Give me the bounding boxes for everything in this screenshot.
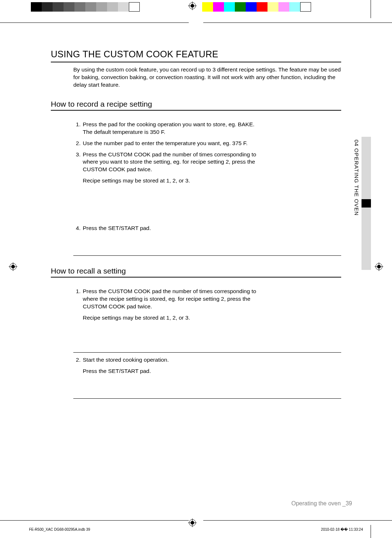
crop-mark: [371, 525, 371, 538]
note-text: Press the SET/START pad.: [83, 367, 341, 375]
print-footer-left: FE-R500_XAC DG68-00295A.indb 39: [29, 527, 90, 531]
page-footer: Operating the oven _39: [291, 500, 352, 507]
step-number: 4.: [73, 225, 83, 232]
section-heading-record: How to record a recipe setting: [51, 100, 341, 111]
step-number: 1.: [73, 121, 83, 136]
section-tab-indicator: [362, 137, 371, 270]
main-heading: USING THE CUSTOM COOK FEATURE: [51, 49, 341, 62]
step-text: Press the pad for the cooking operation …: [83, 121, 257, 136]
registration-mark-icon: [375, 262, 383, 273]
list-item: 1. Press the CUSTOM COOK pad the number …: [73, 288, 341, 311]
color-calibration-left: [31, 2, 140, 12]
crop-mark: [371, 0, 371, 18]
list-item: 3. Press the CUSTOM COOK pad the number …: [73, 151, 341, 174]
note-text: Recipe settings may be stored at 1, 2, o…: [83, 177, 341, 185]
note-text: Recipe settings may be stored at 1, 2, o…: [83, 314, 341, 322]
crop-line-top: [0, 22, 392, 23]
step-number: 1.: [73, 288, 83, 311]
section-tab-label: 04 OPERATING THE OVEN: [354, 140, 360, 216]
step-number: 2.: [73, 140, 83, 147]
list-item: 2. Start the stored cooking operation.: [73, 356, 341, 364]
registration-mark-icon: [9, 262, 17, 273]
list-item: 1. Press the pad for the cooking operati…: [73, 121, 341, 136]
step-text: Press the SET/START pad.: [83, 225, 257, 232]
registration-mark-icon: [188, 518, 197, 529]
section-recall-body: 1. Press the CUSTOM COOK pad the number …: [73, 284, 341, 399]
page-content: USING THE CUSTOM COOK FEATURE By using t…: [51, 49, 341, 410]
registration-mark-icon: [188, 1, 197, 12]
section-record-body: 1. Press the pad for the cooking operati…: [73, 117, 341, 256]
step-number: 2.: [73, 356, 83, 364]
print-footer-right: 2010-02-18 �� 11:33:24: [321, 527, 363, 531]
section-heading-recall: How to recall a setting: [51, 267, 341, 278]
step-text: Use the number pad to enter the temperat…: [83, 140, 257, 147]
step-text: Start the stored cooking operation.: [83, 356, 257, 364]
list-item: 2. Use the number pad to enter the tempe…: [73, 140, 341, 147]
color-calibration-right: [202, 2, 311, 12]
step-number: 3.: [73, 151, 83, 174]
step-text: Press the CUSTOM COOK pad the number of …: [83, 288, 257, 311]
list-item: 4. Press the SET/START pad.: [73, 225, 341, 232]
intro-paragraph: By using the custom cook feature, you ca…: [73, 66, 341, 89]
step-text: Press the CUSTOM COOK pad the number of …: [83, 151, 257, 174]
